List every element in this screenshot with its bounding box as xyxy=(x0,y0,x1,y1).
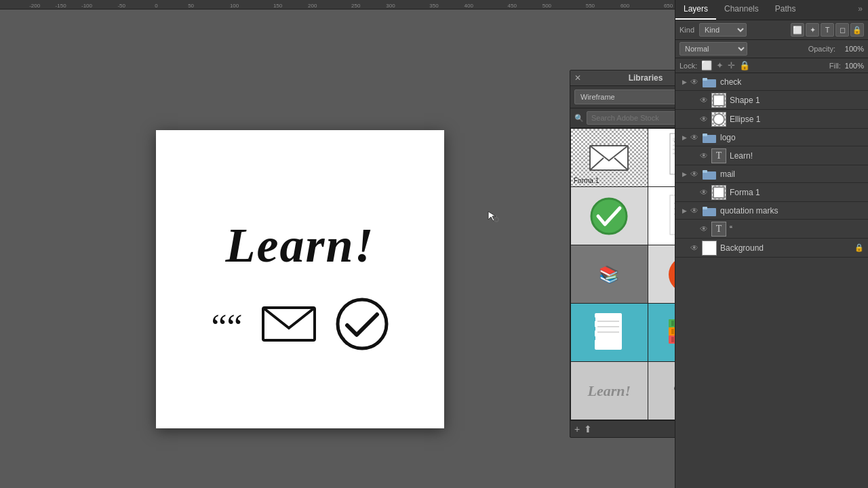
lock-fill-row: Lock: ⬜ ✦ ✛ 🔒 Fill: 100% xyxy=(675,58,868,73)
add-asset-button[interactable]: + xyxy=(574,424,580,434)
layers-panel-tabs: Layers Channels Paths » xyxy=(675,0,868,20)
filter-adjustment-button[interactable]: ✦ xyxy=(806,23,819,37)
visibility-forma1-icon[interactable]: 👁 xyxy=(698,187,709,198)
filter-kind-label: Kind xyxy=(679,26,694,34)
expand-forma1-icon xyxy=(689,188,698,197)
expand-mail-icon[interactable]: ▶ xyxy=(679,169,689,179)
visibility-mail-icon[interactable]: 👁 xyxy=(689,169,700,180)
search-icon: 🔍 xyxy=(574,114,584,123)
fill-label: Fill: xyxy=(829,62,841,70)
layer-name-quotation: quotation marks xyxy=(720,206,864,216)
panel-expand-icon[interactable]: » xyxy=(852,0,868,20)
lock-position-icon[interactable]: ✛ xyxy=(728,60,735,70)
expand-learntext-icon xyxy=(689,151,698,161)
thumbnail-forma1-label: Forma 1 xyxy=(574,177,599,184)
expand-logo-icon[interactable]: ▶ xyxy=(679,133,689,142)
thumbnail-shape1 xyxy=(711,93,726,108)
visibility-learntext-icon[interactable]: 👁 xyxy=(698,150,709,161)
lock-image-icon[interactable]: ✦ xyxy=(716,60,724,70)
visibility-quotation-icon[interactable]: 👁 xyxy=(689,205,700,216)
layer-name-forma1: Forma 1 xyxy=(730,188,864,197)
thumbnail-check-green[interactable] xyxy=(571,187,648,245)
layer-item-background[interactable]: 👁 Background 🔒 xyxy=(675,239,868,258)
layer-name-background: Background xyxy=(720,243,854,253)
svg-rect-30 xyxy=(593,327,595,331)
folder-mail-icon xyxy=(702,167,717,182)
filter-pixel-button[interactable]: ⬜ xyxy=(791,23,804,37)
svg-point-3 xyxy=(494,218,498,222)
svg-rect-35 xyxy=(671,321,674,326)
thumbnail-ellipse1 xyxy=(711,112,726,127)
layer-name-logo: logo xyxy=(720,133,864,142)
layer-name-check: check xyxy=(720,77,864,87)
visibility-ellipse1-icon[interactable]: 👁 xyxy=(698,114,709,125)
folder-check-icon xyxy=(702,75,717,89)
envelope-icon xyxy=(262,304,316,344)
expand-shape1-icon xyxy=(689,96,698,105)
visibility-check-icon[interactable]: 👁 xyxy=(689,77,700,87)
layer-name-ellipse1: Ellipse 1 xyxy=(730,115,864,124)
thumbnail-library[interactable]: 📚 xyxy=(571,245,648,303)
expand-background-icon xyxy=(679,243,689,253)
layer-item-forma1[interactable]: 👁 Forma 1 xyxy=(675,183,868,202)
filter-type-button[interactable]: T xyxy=(821,23,834,37)
filter-lock-button[interactable]: 🔒 xyxy=(850,23,864,37)
layer-item-quote-text[interactable]: 👁 T “ xyxy=(675,220,868,239)
svg-rect-42 xyxy=(703,134,707,136)
tab-paths[interactable]: Paths xyxy=(767,0,804,20)
folder-logo-icon xyxy=(702,130,717,145)
lock-label: Lock: xyxy=(679,62,697,70)
expand-ellipse1-icon xyxy=(689,115,698,124)
lock-transparent-icon[interactable]: ⬜ xyxy=(701,60,712,70)
filter-kind-select[interactable]: Kind xyxy=(699,23,747,37)
blend-row: Normal Opacity: 100% xyxy=(675,40,868,58)
thumbnail-learntext: T xyxy=(711,148,726,163)
thumbnail-background xyxy=(702,241,717,256)
blend-mode-select[interactable]: Normal xyxy=(679,42,747,56)
visibility-background-icon[interactable]: 👁 xyxy=(689,243,700,253)
layer-group-mail[interactable]: ▶ 👁 mail xyxy=(675,165,868,183)
svg-rect-44 xyxy=(703,170,707,173)
opacity-value: 100% xyxy=(840,45,864,53)
lock-all-icon[interactable]: 🔒 xyxy=(739,60,750,70)
svg-rect-40 xyxy=(703,78,707,81)
svg-rect-31 xyxy=(593,336,595,340)
learn-text: Learn! xyxy=(225,221,374,270)
layer-list: ▶ 👁 check 👁 Shape 1 👁 Ellipse 1 xyxy=(675,73,868,258)
background-lock-icon: 🔒 xyxy=(854,243,864,252)
svg-rect-46 xyxy=(703,207,707,209)
visibility-logo-icon[interactable]: 👁 xyxy=(689,132,700,143)
layer-group-quotation[interactable]: ▶ 👁 quotation marks xyxy=(675,202,868,220)
thumbnail-quotetext: T xyxy=(711,222,726,237)
artboard: Learn! ““ xyxy=(156,130,444,428)
tab-layers[interactable]: Layers xyxy=(675,0,716,20)
layer-group-check[interactable]: ▶ 👁 check xyxy=(675,73,868,91)
thumbnail-forma1[interactable]: Forma 1 xyxy=(571,129,648,186)
expand-quotation-icon[interactable]: ▶ xyxy=(679,206,689,216)
visibility-quotetext-icon[interactable]: 👁 xyxy=(698,224,709,235)
folder-quotation-icon xyxy=(702,203,717,218)
thumbnail-learn-faded[interactable]: Learn! xyxy=(571,362,648,420)
quotation-marks-icon: ““ xyxy=(211,310,242,345)
cursor-icon xyxy=(487,210,499,222)
fill-value: 100% xyxy=(845,62,864,70)
expand-check-icon[interactable]: ▶ xyxy=(679,77,689,87)
layer-group-logo[interactable]: ▶ 👁 logo xyxy=(675,129,868,146)
layer-name-mail: mail xyxy=(720,169,864,179)
filter-shape-button[interactable]: ◻ xyxy=(835,23,849,37)
checkmark-icon xyxy=(335,297,389,351)
upload-asset-button[interactable]: ⬆ xyxy=(584,424,592,434)
thumbnail-notepad[interactable] xyxy=(571,304,648,361)
thumbnail-forma1-layer xyxy=(711,185,726,200)
opacity-label: Opacity: xyxy=(808,45,835,53)
libraries-panel-close[interactable]: ✕ xyxy=(574,73,581,83)
libraries-dropdown[interactable]: Wireframe xyxy=(574,89,686,104)
svg-rect-25 xyxy=(595,313,622,350)
visibility-shape1-icon[interactable]: 👁 xyxy=(698,95,709,106)
layer-item-shape1[interactable]: 👁 Shape 1 xyxy=(675,91,868,110)
tab-channels[interactable]: Channels xyxy=(716,0,767,20)
libraries-panel-title: Libraries xyxy=(629,73,663,83)
layer-item-ellipse1[interactable]: 👁 Ellipse 1 xyxy=(675,110,868,129)
layer-item-learn-text[interactable]: 👁 T Learn! xyxy=(675,146,868,165)
svg-rect-36 xyxy=(671,329,674,334)
